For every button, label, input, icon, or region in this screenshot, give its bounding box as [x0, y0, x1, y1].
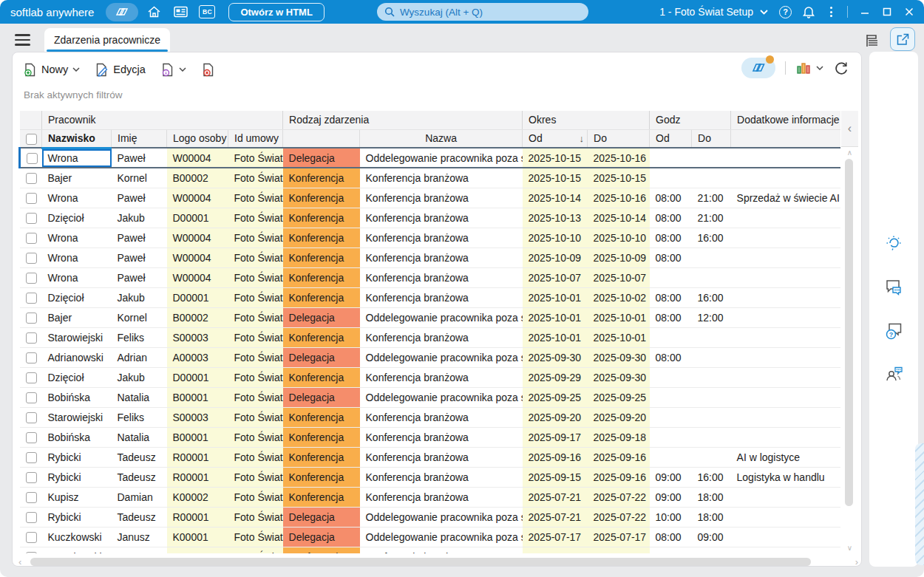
- table-row[interactable]: Starowiejski Feliks S00003 Foto Świat, K…: [20, 327, 841, 347]
- horizontal-scrollbar-thumb[interactable]: [30, 558, 811, 566]
- cell-godz-od[interactable]: [650, 148, 692, 168]
- cell-imie[interactable]: Janusz: [112, 527, 167, 547]
- cell-imie[interactable]: Natalia: [112, 387, 167, 407]
- cell-logo-osoby[interactable]: B00001: [167, 427, 228, 447]
- cell-godz-od[interactable]: 08:00: [650, 228, 692, 247]
- cell-imie[interactable]: Kornel: [112, 168, 167, 188]
- cell-okres-od[interactable]: 2025-07-21: [523, 507, 588, 527]
- info-document-button[interactable]: [160, 63, 186, 77]
- scroll-right-icon[interactable]: ›: [855, 556, 858, 567]
- cell-dodatkowe-informacje[interactable]: Sprzedaż w świecie AI: [731, 188, 840, 208]
- cell-godz-od[interactable]: [650, 367, 692, 387]
- row-checkbox[interactable]: [27, 153, 38, 164]
- cell-okres-do[interactable]: 2025-09-16: [588, 447, 650, 467]
- cell-dodatkowe-informacje[interactable]: [731, 247, 840, 267]
- cell-imie[interactable]: Jakub: [112, 367, 167, 387]
- cell-rodzaj-kod[interactable]: Delegacja: [283, 307, 360, 327]
- cell-godz-do[interactable]: [692, 407, 731, 427]
- home-button[interactable]: [143, 3, 165, 21]
- help-button[interactable]: ?: [779, 6, 792, 18]
- table-row[interactable]: Wrona Paweł W00004 Foto Świat, Konferenc…: [20, 267, 841, 287]
- cell-rodzaj-kod[interactable]: Konferencja: [283, 487, 360, 507]
- cell-rodzaj-nazwa[interactable]: Konferencja branżowa: [360, 327, 523, 347]
- group-header-okres[interactable]: Okres: [523, 111, 650, 129]
- row-checkbox[interactable]: [26, 552, 37, 553]
- cell-id-umowy[interactable]: Foto Świat,: [228, 228, 283, 247]
- cell-imie[interactable]: Feliks: [112, 327, 167, 347]
- cell-id-umowy[interactable]: Foto Świat,: [228, 447, 283, 467]
- cell-id-umowy[interactable]: Foto Świat,: [228, 367, 283, 387]
- cell-dodatkowe-informacje[interactable]: [731, 347, 840, 367]
- cell-logo-osoby[interactable]: B00002: [167, 307, 228, 327]
- bc-button[interactable]: BC: [196, 3, 218, 21]
- cell-godz-od[interactable]: 08:00: [650, 347, 692, 367]
- table-row[interactable]: Dzięcioł Jakub D00001 Foto Świat, Konfer…: [20, 287, 841, 307]
- group-header-rodzaj-zdarzenia[interactable]: Rodzaj zdarzenia: [283, 111, 523, 129]
- cell-okres-od[interactable]: 2025-10-09: [523, 247, 588, 267]
- panels-button[interactable]: [863, 33, 881, 49]
- cell-godz-od[interactable]: [650, 427, 692, 447]
- cell-godz-od[interactable]: 09:00: [650, 487, 692, 507]
- cell-okres-od[interactable]: 2025-10-14: [523, 188, 588, 208]
- cell-okres-do[interactable]: 2025-07-15: [588, 547, 650, 553]
- table-row[interactable]: Dzięcioł Jakub D00001 Foto Świat, Konfer…: [20, 367, 841, 387]
- cell-rodzaj-nazwa[interactable]: Konferencja branżowa: [360, 208, 523, 228]
- cell-okres-do[interactable]: 2025-07-17: [588, 527, 650, 547]
- cell-id-umowy[interactable]: Foto Świat,: [228, 188, 283, 208]
- minimize-button[interactable]: [860, 7, 869, 16]
- cell-dodatkowe-informacje[interactable]: [731, 267, 840, 287]
- cell-okres-od[interactable]: 2025-09-20: [523, 407, 588, 427]
- table-row[interactable]: Starowiejski Feliks S00003 Foto Świat, K…: [20, 407, 841, 427]
- cell-okres-od[interactable]: 2025-10-07: [523, 267, 588, 287]
- table-row[interactable]: Kuczkowski Janusz K00001 Foto Świat, Del…: [20, 527, 841, 547]
- table-row[interactable]: Rybicki Tadeusz R00001 Foto Świat, Konfe…: [20, 447, 841, 467]
- scroll-left-icon[interactable]: ‹: [18, 556, 21, 567]
- row-checkbox[interactable]: [26, 432, 37, 443]
- table-row[interactable]: Bobińska Natalia B00001 Foto Świat, Dele…: [20, 387, 841, 407]
- cell-rodzaj-kod[interactable]: Konferencja: [283, 367, 360, 387]
- cell-nazwisko[interactable]: Dzięcioł: [42, 208, 112, 228]
- cell-okres-od[interactable]: 2025-10-13: [523, 208, 588, 228]
- cell-rodzaj-nazwa[interactable]: Konferencja branżowa: [360, 547, 523, 553]
- cell-godz-do[interactable]: 09:00: [692, 527, 731, 547]
- cell-logo-osoby[interactable]: W00004: [167, 148, 228, 168]
- delete-button[interactable]: [201, 63, 215, 77]
- cell-okres-od[interactable]: 2025-09-25: [523, 387, 588, 407]
- cell-godz-do[interactable]: [692, 148, 731, 168]
- column-header-godz-do[interactable]: Do: [692, 129, 731, 148]
- cell-logo-osoby[interactable]: D00001: [167, 367, 228, 387]
- cell-id-umowy[interactable]: Foto Świat,: [228, 208, 283, 228]
- column-header-logo-osoby[interactable]: Logo osoby: [167, 129, 228, 148]
- search-input[interactable]: Wyszukaj (Alt + Q): [377, 3, 588, 21]
- cell-logo-osoby[interactable]: S00003: [167, 407, 228, 427]
- cell-rodzaj-kod[interactable]: Konferencja: [283, 228, 360, 247]
- row-checkbox[interactable]: [26, 352, 37, 363]
- cell-logo-osoby[interactable]: K00003: [167, 547, 228, 553]
- table-row[interactable]: Bobińska Natalia B00001 Foto Świat, Konf…: [20, 427, 841, 447]
- cell-rodzaj-nazwa[interactable]: Konferencja branżowa: [360, 367, 523, 387]
- cell-godz-od[interactable]: [650, 407, 692, 427]
- cell-godz-do[interactable]: 16:00: [692, 467, 731, 487]
- table-row[interactable]: Adrianowski Adrian A00003 Foto Świat, De…: [20, 347, 841, 367]
- cell-nazwisko[interactable]: Dzięcioł: [42, 367, 112, 387]
- cell-rodzaj-nazwa[interactable]: Oddelegowanie pracownika poza s: [360, 307, 523, 327]
- help-chat-button[interactable]: ?: [883, 321, 904, 341]
- cell-okres-do[interactable]: 2025-09-16: [588, 467, 650, 487]
- cell-rodzaj-nazwa[interactable]: Konferencja branżowa: [360, 287, 523, 307]
- row-checkbox[interactable]: [26, 313, 37, 324]
- notifications-button[interactable]: [803, 5, 815, 18]
- cell-godz-od[interactable]: [650, 387, 692, 407]
- cell-rodzaj-nazwa[interactable]: Oddelegowanie pracownika poza s: [360, 507, 523, 527]
- vertical-scrollbar[interactable]: ∧ ∨: [841, 147, 858, 553]
- cell-id-umowy[interactable]: Foto Świat,: [228, 287, 283, 307]
- cell-rodzaj-kod[interactable]: Konferencja: [283, 168, 360, 188]
- cell-logo-osoby[interactable]: R00001: [167, 447, 228, 467]
- cell-godz-od[interactable]: 08:00: [650, 287, 692, 307]
- column-header-dodatkowe-informacje[interactable]: Dodatkowe informacje: [731, 111, 840, 129]
- cell-godz-do[interactable]: 21:00: [692, 208, 731, 228]
- column-header-id-umowy[interactable]: Id umowy: [228, 129, 283, 148]
- cell-imie[interactable]: Feliks: [112, 407, 167, 427]
- cell-okres-od[interactable]: 2025-10-15: [523, 148, 588, 168]
- cell-rodzaj-kod[interactable]: Konferencja: [283, 427, 360, 447]
- cell-nazwisko[interactable]: Rybicki: [42, 507, 112, 527]
